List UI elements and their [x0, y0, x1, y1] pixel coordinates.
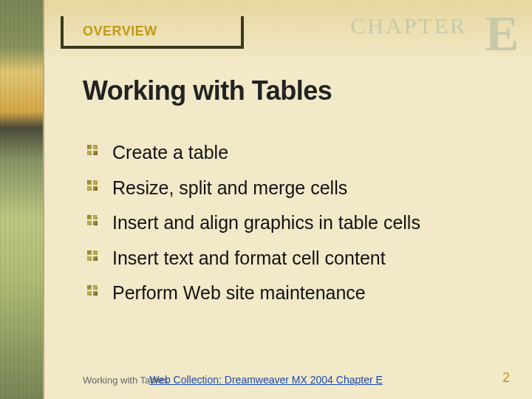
bullet-icon: [87, 145, 98, 155]
footer-center-link[interactable]: Web Collection: Dreamweaver MX 2004 Chap…: [0, 374, 532, 386]
bullet-text: Insert and align graphics in table cells: [112, 209, 420, 237]
overview-label: OVERVIEW: [83, 24, 157, 39]
footer: Working with Tables Web Collection: Drea…: [0, 369, 532, 399]
bullet-text: Insert text and format cell content: [112, 245, 386, 273]
chapter-watermark-word: CHAPTER: [350, 13, 467, 38]
bullet-icon: [87, 215, 98, 225]
bullet-text: Perform Web site maintenance: [112, 279, 366, 307]
slide-title: Working with Tables: [83, 75, 332, 106]
list-item: Insert text and format cell content: [87, 245, 501, 273]
bullet-text: Resize, split and merge cells: [112, 174, 347, 202]
bullet-text: Create a table: [112, 139, 228, 167]
page-number: 2: [502, 370, 510, 386]
bullet-list: Create a table Resize, split and merge c…: [87, 139, 501, 315]
bullet-icon: [87, 180, 98, 191]
bullet-icon: [87, 250, 98, 261]
list-item: Create a table: [87, 139, 501, 167]
bullet-icon: [87, 285, 98, 296]
chapter-watermark-letter: E: [485, 4, 519, 63]
list-item: Perform Web site maintenance: [87, 279, 501, 307]
decorative-left-strip: [0, 0, 44, 399]
list-item: Resize, split and merge cells: [87, 174, 501, 202]
list-item: Insert and align graphics in table cells: [87, 209, 501, 237]
